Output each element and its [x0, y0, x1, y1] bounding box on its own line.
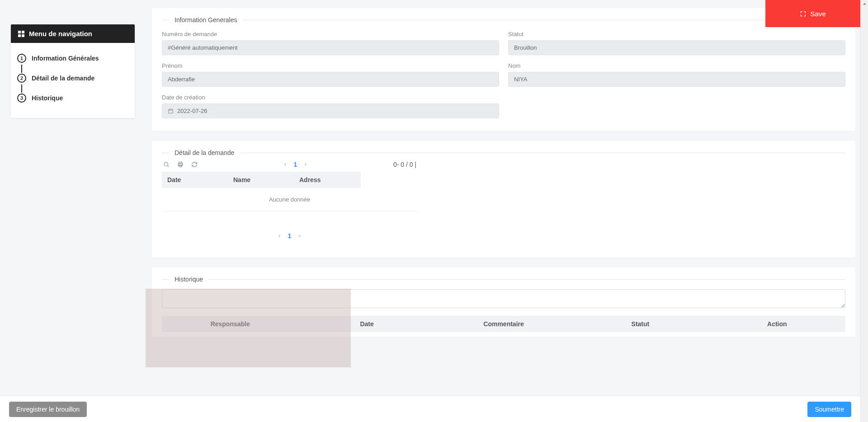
input-date-creation: 2022-07-26: [162, 103, 499, 118]
refresh-icon[interactable]: [191, 161, 198, 168]
card-historique: Historique Responsable Date Commentaire …: [152, 267, 855, 337]
nav-step-historique[interactable]: 3 Historique: [17, 91, 128, 105]
sidebar: Menu de navigation 1 Information Général…: [0, 0, 146, 422]
historique-table-head: Responsable Date Commentaire Statut Acti…: [162, 316, 845, 332]
card-detail-demande: Détail de la demande: [152, 141, 855, 258]
card-info-generales: Information Generales Numéro de demande …: [152, 8, 855, 131]
input-statut: Brouillon: [508, 40, 845, 55]
print-icon[interactable]: [177, 161, 184, 168]
input-prenom: Abderrafie: [162, 72, 499, 87]
nav-step-detail-demande[interactable]: 2 Détail de la demande: [17, 71, 128, 85]
empty-text: Aucune donnée: [269, 196, 310, 203]
expand-icon: [800, 10, 807, 17]
label-nom: Nom: [508, 62, 845, 69]
search-icon[interactable]: [163, 161, 170, 168]
svg-rect-1: [22, 31, 24, 33]
nav-title: Menu de navigation: [29, 30, 92, 38]
step-connector: [21, 84, 22, 93]
step-label: Information Générales: [32, 55, 99, 62]
detail-table: Date Name Adress Aucune donnée: [162, 172, 361, 211]
pager-prev-icon[interactable]: [277, 233, 282, 239]
calendar-icon: [168, 108, 174, 114]
value-prenom: Abderrafie: [168, 76, 195, 83]
label-prenom: Prénom: [162, 62, 499, 69]
section-legend-historique: Historique: [169, 276, 208, 283]
svg-point-5: [164, 162, 168, 166]
pager-next-icon[interactable]: [303, 162, 308, 167]
save-button[interactable]: Save: [765, 0, 860, 27]
main-content: Information Generales Numéro de demande …: [146, 0, 868, 422]
svg-rect-2: [18, 34, 21, 37]
svg-rect-4: [169, 109, 173, 113]
range-info: 0- 0 / 0 |: [393, 161, 416, 168]
value-date-creation: 2022-07-26: [177, 108, 208, 114]
section-legend-info: Information Generales: [169, 16, 243, 23]
nav-card: Menu de navigation 1 Information Général…: [11, 24, 135, 118]
section-legend-detail: Détail de la demande: [169, 149, 240, 156]
col-date: Date: [298, 316, 435, 332]
col-responsable: Responsable: [162, 316, 298, 332]
pager-page[interactable]: 1: [288, 232, 292, 239]
pager-page[interactable]: 1: [294, 161, 297, 168]
col-name: Name: [228, 172, 294, 188]
submit-button[interactable]: Soumettre: [807, 402, 851, 417]
detail-table-empty: Aucune donnée: [162, 188, 417, 211]
scroll-up-icon[interactable]: [861, 0, 868, 8]
step-label: Détail de la demande: [32, 75, 94, 82]
vertical-scrollbar[interactable]: [860, 0, 868, 422]
label-numero-demande: Numéro de demande: [162, 31, 499, 38]
label-statut: Statut: [508, 31, 845, 38]
step-label: Historique: [32, 94, 63, 102]
footer-bar: Enregistrer le brouillon Soumettre: [0, 396, 860, 422]
col-action: Action: [709, 316, 845, 332]
step-connector: [21, 65, 22, 73]
col-statut: Statut: [572, 316, 708, 332]
nav-header: Menu de navigation: [11, 24, 135, 43]
nav-step-info-generales[interactable]: 1 Information Générales: [17, 51, 128, 66]
scrollbar-track[interactable]: [861, 8, 868, 414]
nav-steps: 1 Information Générales 2 Détail de la d…: [11, 43, 135, 118]
save-draft-button[interactable]: Enregistrer le brouillon: [9, 402, 87, 417]
historique-textarea[interactable]: [162, 289, 845, 308]
col-date: Date: [162, 172, 228, 188]
value-statut: Brouillon: [514, 44, 537, 51]
detail-table-head: Date Name Adress: [162, 172, 361, 188]
pager-next-icon[interactable]: [297, 233, 302, 239]
grid-icon: [18, 31, 24, 37]
svg-rect-0: [18, 31, 21, 33]
label-date-creation: Date de création: [162, 94, 499, 101]
pager-top: 1: [283, 161, 308, 168]
save-label: Save: [810, 10, 826, 18]
value-nom: NIYA: [514, 76, 527, 83]
step-number: 2: [17, 74, 26, 83]
step-number: 1: [17, 54, 26, 63]
value-numero-demande: #Généré automatiquement: [168, 44, 238, 51]
col-commentaire: Commentaire: [435, 316, 572, 332]
pager-prev-icon[interactable]: [283, 162, 288, 167]
pager-bottom: 1: [162, 232, 417, 239]
input-numero-demande: #Généré automatiquement: [162, 40, 499, 55]
svg-rect-3: [22, 34, 24, 37]
col-adress: Adress: [294, 172, 360, 188]
input-nom: NIYA: [508, 72, 845, 87]
step-number: 3: [17, 94, 26, 103]
